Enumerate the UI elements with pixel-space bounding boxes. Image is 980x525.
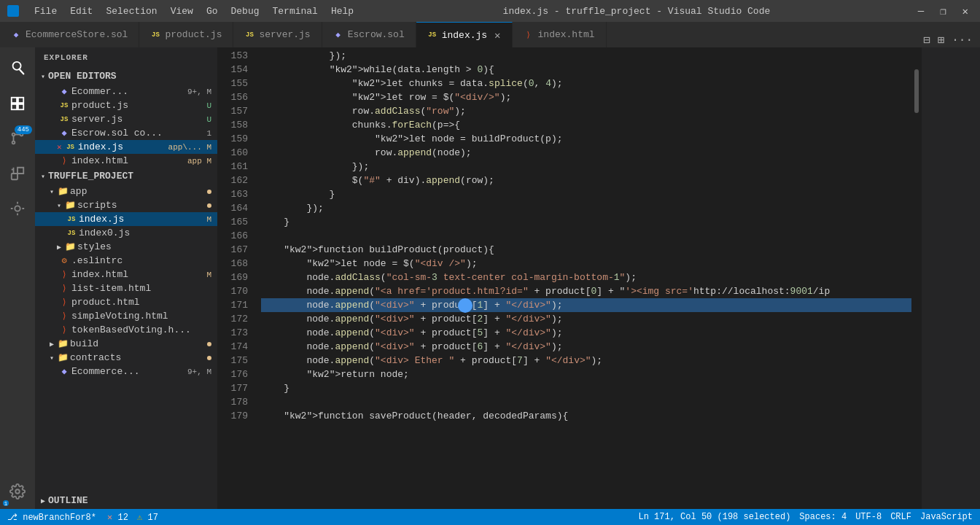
tab-product-js[interactable]: JS product.js bbox=[139, 22, 233, 47]
sol-file-icon: ◆ bbox=[57, 86, 71, 97]
file-name: .eslintrc bbox=[71, 255, 217, 266]
code-line: "kw2">let chunks = data.splice(0, 4); bbox=[261, 77, 911, 90]
open-editor-index-html[interactable]: ⟩ index.html app M bbox=[35, 154, 217, 168]
error-count[interactable]: ✕ 12 ⚠ 17 bbox=[107, 512, 158, 523]
file-name: Escrow.sol co... bbox=[71, 128, 206, 139]
more-actions-icon[interactable]: ··· bbox=[952, 34, 973, 47]
line-number: 156 bbox=[217, 90, 248, 104]
maximize-button[interactable]: ❐ bbox=[936, 5, 950, 18]
sol-file-icon: ◆ bbox=[57, 128, 71, 139]
language-mode[interactable]: JavaScript bbox=[920, 512, 973, 522]
search-icon[interactable] bbox=[0, 51, 35, 86]
file-ecommerce-sol[interactable]: ◆ Ecommerce... 9+, M bbox=[35, 365, 217, 378]
file-name: index.html bbox=[71, 269, 206, 280]
file-product-html[interactable]: ⟩ product.html bbox=[35, 295, 217, 309]
folder-contracts[interactable]: ▾ 📁 contracts bbox=[35, 351, 217, 365]
indentation[interactable]: Spaces: 4 bbox=[799, 512, 847, 522]
line-number: 154 bbox=[217, 63, 248, 77]
explorer-icon[interactable] bbox=[0, 86, 35, 121]
modified-indicator bbox=[207, 190, 211, 194]
menu-help[interactable]: Help bbox=[325, 4, 359, 18]
minimize-button[interactable]: — bbox=[914, 5, 928, 18]
menu-go[interactable]: Go bbox=[201, 4, 224, 18]
menu-file[interactable]: File bbox=[28, 4, 63, 18]
tab-ecommerce-store[interactable]: ◆ EcommerceStore.sol bbox=[0, 22, 139, 47]
line-ending[interactable]: CRLF bbox=[890, 512, 911, 522]
file-badge: M bbox=[206, 271, 217, 279]
open-editors-section[interactable]: ▾ OPEN EDITORS bbox=[35, 68, 217, 85]
source-control-icon[interactable]: 445 bbox=[0, 121, 35, 156]
code-line: node.append("<a href='product.html?id=" … bbox=[261, 284, 911, 298]
line-number: 175 bbox=[217, 354, 248, 368]
line-number: 161 bbox=[217, 160, 248, 174]
chevron-icon: ▶ bbox=[41, 497, 45, 505]
file-name: index.js bbox=[78, 141, 168, 152]
folder-app[interactable]: ▾ 📁 app bbox=[35, 184, 217, 198]
split-editor-icon[interactable]: ⊟ bbox=[923, 33, 930, 47]
file-index-html[interactable]: ⟩ index.html M bbox=[35, 268, 217, 281]
line-number: 165 bbox=[217, 215, 248, 229]
file-name: app bbox=[70, 186, 207, 197]
svg-rect-11 bbox=[12, 174, 18, 179]
open-editor-ecommerce[interactable]: ◆ Ecommer... 9+, M bbox=[35, 85, 217, 98]
file-list-item-html[interactable]: ⟩ list-item.html bbox=[35, 281, 217, 295]
debug-icon[interactable] bbox=[0, 191, 35, 226]
line-number: 171 bbox=[217, 298, 248, 312]
code-content[interactable]: }); "kw2">while(data.length > 0){ "kw2">… bbox=[254, 47, 911, 509]
git-branch[interactable]: ⎇ newBranchFor8* bbox=[7, 512, 96, 523]
chevron-icon: ▾ bbox=[50, 187, 54, 196]
close-button[interactable]: ✕ bbox=[958, 5, 973, 18]
menu-view[interactable]: View bbox=[165, 4, 199, 18]
code-line: node.append("<div>" + product[6] + "</di… bbox=[261, 340, 911, 354]
folder-build[interactable]: ▶ 📁 build bbox=[35, 337, 217, 351]
tab-close-button[interactable]: ✕ bbox=[494, 29, 500, 42]
code-line: "kw2">while(data.length > 0){ bbox=[261, 63, 911, 77]
tab-index-js[interactable]: JS index.js ✕ bbox=[416, 22, 513, 47]
folder-scripts[interactable]: ▾ 📁 scripts bbox=[35, 198, 217, 212]
code-container[interactable]: 1531541551561571581591601611621631641651… bbox=[217, 47, 980, 509]
file-name: contracts bbox=[70, 352, 207, 363]
scrollbar-thumb[interactable] bbox=[914, 69, 919, 113]
status-bar: ⎇ newBranchFor8* ✕ 12 ⚠ 17 Ln 171, Col 5… bbox=[0, 509, 980, 525]
code-line: }); bbox=[261, 201, 911, 215]
js-icon: JS bbox=[244, 31, 254, 39]
tab-label: index.js bbox=[442, 30, 487, 41]
file-index-js[interactable]: JS index.js M bbox=[35, 212, 217, 226]
project-section[interactable]: ▾ TRUFFLE_PROJECT bbox=[35, 168, 217, 184]
line-number: 176 bbox=[217, 368, 248, 381]
file-simple-voting-html[interactable]: ⟩ simpleVoting.html bbox=[35, 309, 217, 323]
menu-edit[interactable]: Edit bbox=[64, 4, 98, 18]
open-editor-index-js[interactable]: ✕ JS index.js app\... M bbox=[35, 140, 217, 154]
line-number: 170 bbox=[217, 284, 248, 298]
scrollbar[interactable] bbox=[911, 47, 922, 509]
extensions-icon[interactable] bbox=[0, 156, 35, 191]
title-bar-left: File Edit Selection View Go Debug Termin… bbox=[7, 4, 359, 18]
settings-icon[interactable]: 1 bbox=[0, 474, 35, 509]
open-editor-server-js[interactable]: JS server.js U bbox=[35, 112, 217, 126]
menu-debug[interactable]: Debug bbox=[225, 4, 265, 18]
outline-section-header[interactable]: ▶ OUTLINE bbox=[35, 492, 217, 509]
status-bar-right: Ln 171, Col 50 (198 selected) Spaces: 4 … bbox=[639, 512, 973, 522]
file-eslintrc[interactable]: ⚙ .eslintrc bbox=[35, 254, 217, 268]
tab-label: Escrow.sol bbox=[348, 29, 405, 40]
code-line: "kw2">let node = buildProduct(p); bbox=[261, 132, 911, 146]
encoding[interactable]: UTF-8 bbox=[855, 512, 882, 522]
open-editor-escrow[interactable]: ◆ Escrow.sol co... 1 bbox=[35, 126, 217, 140]
tab-server-js[interactable]: JS server.js bbox=[233, 22, 322, 47]
file-index0-js[interactable]: JS index0.js bbox=[35, 226, 217, 240]
folder-icon: 📁 bbox=[63, 241, 77, 252]
folder-icon: 📁 bbox=[63, 200, 77, 211]
folder-styles[interactable]: ▶ 📁 styles bbox=[35, 240, 217, 254]
code-line: "kw2">return node; bbox=[261, 368, 911, 381]
open-editor-product-js[interactable]: JS product.js U bbox=[35, 98, 217, 112]
menu-selection[interactable]: Selection bbox=[100, 4, 163, 18]
tab-escrow-sol[interactable]: ◆ Escrow.sol bbox=[322, 22, 416, 47]
file-name: server.js bbox=[71, 114, 206, 125]
file-name: product.js bbox=[71, 100, 206, 111]
svg-rect-3 bbox=[18, 98, 23, 103]
sol-icon: ◆ bbox=[11, 30, 21, 39]
file-token-based-voting-html[interactable]: ⟩ tokenBasedVoting.h... bbox=[35, 323, 217, 337]
menu-terminal[interactable]: Terminal bbox=[267, 4, 324, 18]
layout-icon[interactable]: ⊞ bbox=[938, 33, 945, 47]
tab-index-html[interactable]: ⟩ index.html bbox=[513, 22, 607, 47]
